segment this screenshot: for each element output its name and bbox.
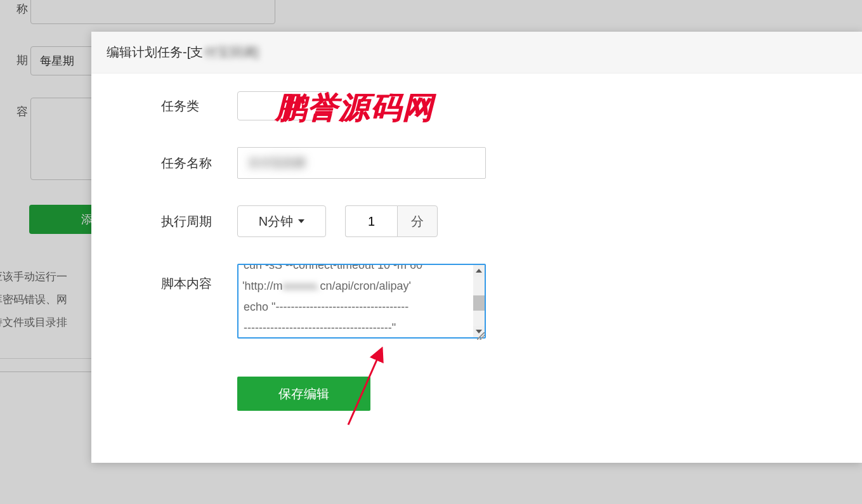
task-type-label: 任务类 [161,98,237,115]
save-button[interactable]: 保存编辑 [237,377,370,411]
task-name-label: 任务名称 [161,155,237,172]
watermark-text: 鹏誉源码网 [275,87,434,128]
task-name-input[interactable]: 支付宝回调 [237,147,486,179]
cycle-select[interactable]: N分钟 [237,205,326,237]
cycle-minute-unit: 分 [397,205,438,237]
modal-title-blurred: 付宝回调] [204,44,259,61]
edit-cron-modal: 编辑计划任务-[支 付宝回调] 任务类 Shell脚本 鹏誉源码网 任务名称 支… [91,32,862,463]
cycle-select-value: N分钟 [259,213,293,230]
task-type-row: 任务类 Shell脚本 鹏誉源码网 [161,91,792,120]
script-content-wrap: curl -sS --connect-timeout 10 -m 60 'htt… [237,264,486,341]
modal-title-bar: 编辑计划任务-[支 付宝回调] [91,32,862,74]
cycle-minute-group: 分 [345,205,438,237]
script-label: 脚本内容 [161,264,237,292]
script-content-textarea[interactable] [237,264,486,339]
cycle-label: 执行周期 [161,213,237,230]
task-name-value: 支付宝回调 [248,155,305,171]
cycle-minute-unit-label: 分 [411,213,424,230]
save-button-label: 保存编辑 [278,387,329,401]
cycle-row: 执行周期 N分钟 分 [161,205,792,237]
modal-body: 任务类 Shell脚本 鹏誉源码网 任务名称 支付宝回调 执行周期 N分钟 [91,74,862,423]
cycle-minute-input[interactable] [345,205,397,237]
chevron-down-icon [298,219,304,223]
modal-title-text: 编辑计划任务-[支 [107,44,203,61]
task-name-row: 任务名称 支付宝回调 [161,147,792,179]
